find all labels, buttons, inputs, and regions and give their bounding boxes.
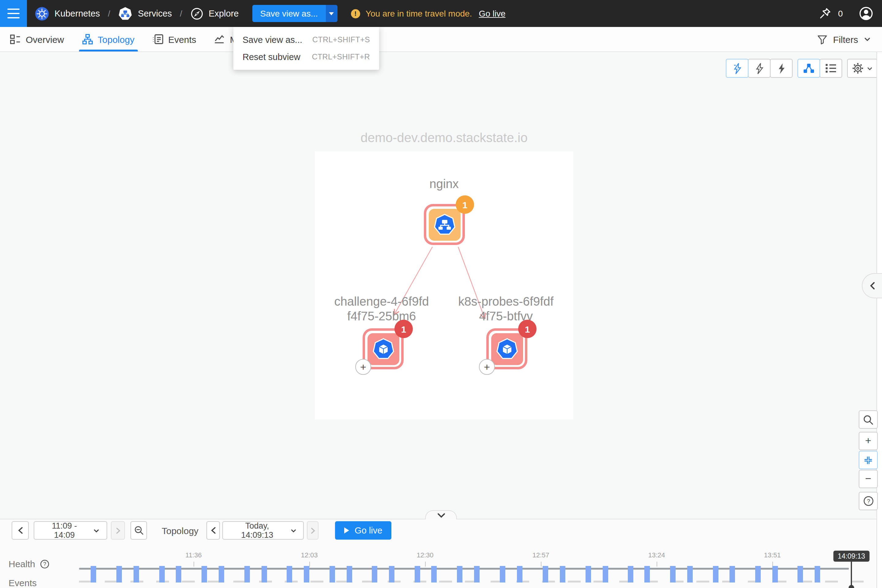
time-travel-bar: 11:09 - 14:09 Topology Today, 14:09:13 G… [0,519,882,588]
tab-events[interactable]: Events [144,27,204,51]
range-back-button[interactable] [12,521,29,540]
chevron-left-icon [210,527,216,534]
tab-overview[interactable]: Overview [2,27,72,51]
expand-node-button[interactable]: + [355,359,371,375]
time-back-button[interactable] [206,521,220,540]
zoom-in-button[interactable]: + [859,432,878,450]
event-bar[interactable] [644,566,650,582]
filters-button[interactable]: Filters [817,34,882,44]
alert-badge[interactable]: 1 [456,195,474,214]
node-k8s-probes[interactable]: 1 + [486,328,527,369]
event-bar[interactable] [474,566,480,582]
hamburger-menu-button[interactable] [0,0,27,27]
topbar-right-group: 0 [818,6,882,21]
timeline-collapse-handle[interactable] [425,510,457,519]
fit-to-screen-button[interactable] [859,451,878,469]
tick-mark [309,562,310,567]
event-bar[interactable] [560,566,566,582]
search-topology-button[interactable] [859,410,878,429]
event-bar[interactable] [457,566,462,582]
event-bar[interactable] [772,566,778,582]
event-bar[interactable] [500,566,506,582]
event-bar[interactable] [713,566,718,582]
time-range-value: 11:09 - 14:09 [41,521,88,540]
go-live-link[interactable]: Go live [478,9,506,18]
play-icon [344,527,349,534]
tab-topology[interactable]: Topology [74,27,142,51]
event-bar[interactable] [431,566,437,582]
settings-dropdown-button[interactable] [847,59,878,78]
expand-node-button[interactable]: + [479,359,495,375]
event-bar[interactable] [116,566,122,582]
list-view-button[interactable] [819,59,842,78]
event-bar[interactable] [201,566,207,582]
event-bar[interactable] [159,566,165,582]
event-bar[interactable] [134,566,139,582]
time-marker-tag[interactable]: 14:09:13 [833,550,870,562]
event-bar[interactable] [585,566,591,582]
range-forward-button[interactable] [111,521,125,540]
breadcrumb-item-services[interactable]: Services [118,6,172,21]
node-challenge[interactable]: 1 + [363,328,404,369]
time-forward-button[interactable] [307,521,318,540]
chevron-down-icon [290,527,297,534]
help-button[interactable]: ? [859,492,878,510]
help-icon[interactable]: ? [40,559,50,569]
event-bar[interactable] [346,566,352,582]
zoom-out-button[interactable]: − [859,470,878,488]
pin-button[interactable] [818,7,832,20]
event-bar[interactable] [415,566,420,582]
event-bar[interactable] [330,566,335,582]
warning-text: You are in time travel mode. [366,9,472,18]
current-time-dropdown[interactable]: Today, 14:09:13 [222,521,304,540]
metrics-icon [214,34,225,45]
event-bar[interactable] [219,566,224,582]
time-range-dropdown[interactable]: 11:09 - 14:09 [34,521,107,540]
health-mode-button-active[interactable] [726,59,748,78]
service-heptagon-icon [434,213,455,236]
user-avatar-button[interactable] [859,6,873,21]
breadcrumb-item-explore[interactable]: Explore [190,7,238,20]
topology-canvas[interactable]: demo-dev.demo.stackstate.io nginx 1 chal… [0,52,882,519]
event-bar[interactable] [372,566,377,582]
event-bar[interactable] [670,566,676,582]
breadcrumb-label: Explore [208,9,238,18]
tab-label: Topology [98,34,135,44]
alert-badge[interactable]: 1 [518,320,537,338]
view-tab-bar: Overview Topology Events Metrics Filters [0,27,882,52]
event-bar[interactable] [389,566,394,582]
event-bar[interactable] [517,566,522,582]
save-view-as-caret-button[interactable] [326,5,338,22]
event-bar[interactable] [304,566,309,582]
menu-item-save-view-as[interactable]: Save view as... CTRL+SHIFT+S [233,31,379,48]
events-row-label: Events [9,578,37,588]
event-bar[interactable] [286,566,292,582]
event-bar[interactable] [755,566,761,582]
event-bar[interactable] [687,566,693,582]
event-bar[interactable] [729,566,735,582]
breadcrumb-item-kubernetes[interactable]: Kubernetes [35,6,100,21]
go-live-button[interactable]: Go live [335,521,392,540]
event-bar[interactable] [261,566,267,582]
event-bar[interactable] [176,566,181,582]
time-marker-dot[interactable] [849,585,854,588]
topology-view-button-active[interactable] [798,59,820,78]
zoom-out-time-button[interactable] [130,521,147,540]
event-bar[interactable] [814,566,820,582]
event-bar[interactable] [543,566,548,582]
event-bar[interactable] [91,566,96,582]
save-view-as-button[interactable]: Save view as... [252,5,326,22]
alert-badge[interactable]: 1 [394,320,413,338]
event-bar[interactable] [603,566,608,582]
event-bar[interactable] [244,566,250,582]
node-nginx[interactable]: 1 [424,204,465,245]
health-mode-button[interactable] [748,59,771,78]
stackstate-app: Kubernetes / Services / Explore Save vie… [0,0,882,588]
event-bar[interactable] [798,566,803,582]
list-view-icon [825,63,837,74]
menu-item-label: Save view as... [243,35,302,45]
event-bar[interactable] [628,566,633,582]
menu-item-reset-subview[interactable]: Reset subview CTRL+SHIFT+R [233,48,379,66]
time-marker-line[interactable] [851,562,852,587]
health-mode-filled-button[interactable] [770,59,793,78]
